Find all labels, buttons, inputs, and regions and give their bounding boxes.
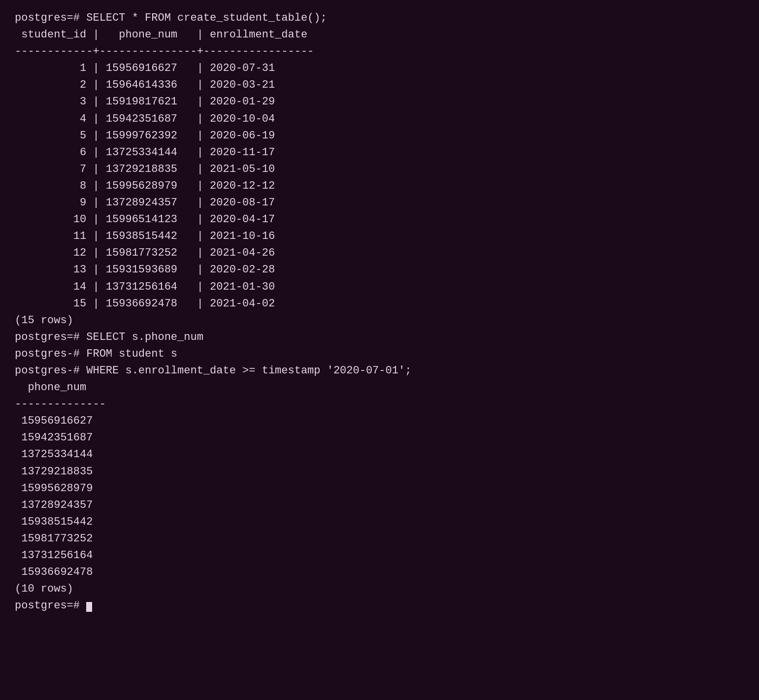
- terminal-line-r11: 11 | 15938515442 | 2021-10-16: [15, 228, 744, 245]
- terminal-line-cmd2b: postgres-# FROM student s: [15, 346, 744, 363]
- terminal-line-p8: 15981773252: [15, 531, 744, 547]
- terminal-line-r10: 10 | 15996514123 | 2020-04-17: [15, 211, 744, 228]
- terminal-line-sep2: --------------: [15, 396, 744, 413]
- terminal-line-cmd1: postgres=# SELECT * FROM create_student_…: [15, 10, 744, 27]
- terminal-line-cmd2c: postgres-# WHERE s.enrollment_date >= ti…: [15, 363, 744, 379]
- terminal-line-p1: 15956916627: [15, 413, 744, 430]
- terminal-line-r14: 14 | 13731256164 | 2021-01-30: [15, 279, 744, 296]
- terminal-line-p5: 15995628979: [15, 480, 744, 497]
- terminal-line-r12: 12 | 15981773252 | 2021-04-26: [15, 245, 744, 262]
- terminal-line-r9: 9 | 13728924357 | 2020-08-17: [15, 195, 744, 211]
- terminal-line-r1: 1 | 15956916627 | 2020-07-31: [15, 60, 744, 77]
- terminal-line-r13: 13 | 15931593689 | 2020-02-28: [15, 262, 744, 278]
- terminal-line-cmd2a: postgres=# SELECT s.phone_num: [15, 329, 744, 346]
- terminal-line-r4: 4 | 15942351687 | 2020-10-04: [15, 111, 744, 128]
- terminal-line-r2: 2 | 15964614336 | 2020-03-21: [15, 77, 744, 94]
- terminal-line-p3: 13725334144: [15, 446, 744, 463]
- terminal-line-r15: 15 | 15936692478 | 2021-04-02: [15, 296, 744, 312]
- terminal-line-prompt_final: postgres=#: [15, 598, 744, 614]
- terminal-line-hdr2: phone_num: [15, 379, 744, 396]
- terminal-cursor: [86, 602, 92, 612]
- terminal-line-r7: 7 | 13729218835 | 2021-05-10: [15, 161, 744, 178]
- terminal-line-hdr: student_id | phone_num | enrollment_date: [15, 27, 744, 43]
- terminal-line-p6: 13728924357: [15, 497, 744, 514]
- terminal: postgres=# SELECT * FROM create_student_…: [15, 10, 744, 700]
- terminal-line-p10: 15936692478: [15, 564, 744, 581]
- terminal-line-rows2: (10 rows): [15, 581, 744, 598]
- terminal-line-p2: 15942351687: [15, 430, 744, 446]
- terminal-line-p9: 13731256164: [15, 547, 744, 564]
- terminal-line-r6: 6 | 13725334144 | 2020-11-17: [15, 144, 744, 161]
- terminal-line-p4: 13729218835: [15, 464, 744, 480]
- terminal-line-sep: ------------+---------------+-----------…: [15, 43, 744, 60]
- terminal-line-r8: 8 | 15995628979 | 2020-12-12: [15, 178, 744, 195]
- terminal-line-rows1: (15 rows): [15, 312, 744, 329]
- terminal-line-p7: 15938515442: [15, 514, 744, 531]
- terminal-line-r3: 3 | 15919817621 | 2020-01-29: [15, 94, 744, 110]
- terminal-line-r5: 5 | 15999762392 | 2020-06-19: [15, 128, 744, 144]
